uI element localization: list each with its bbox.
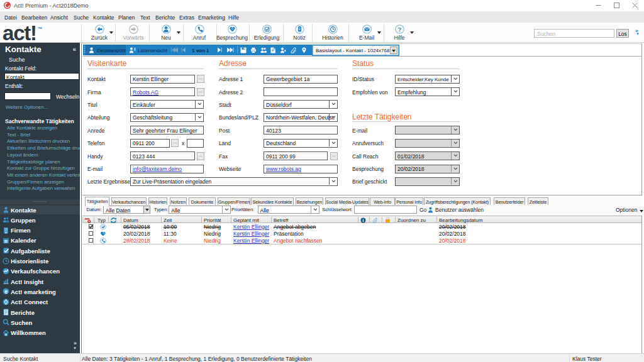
svg-text:e: e — [4, 288, 8, 295]
svg-text:?: ? — [397, 26, 401, 33]
